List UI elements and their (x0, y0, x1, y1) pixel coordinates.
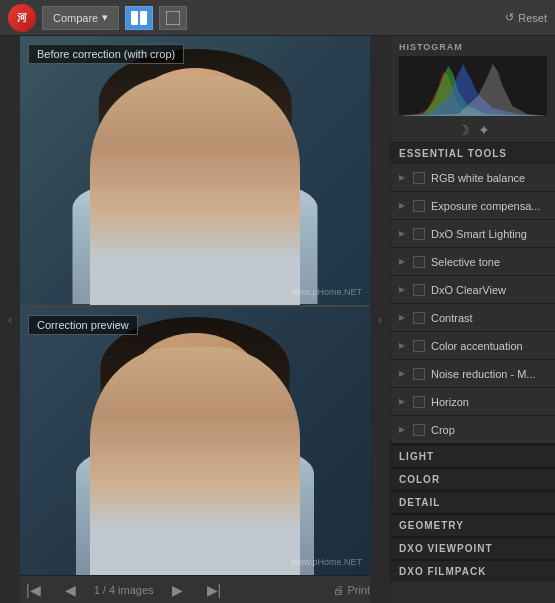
before-label: Before correction (with crop) (28, 44, 184, 64)
tool-label: Exposure compensa... (431, 200, 540, 212)
image-counter: 1 / 4 images (94, 584, 154, 596)
left-nav-arrow[interactable]: ‹ (0, 36, 20, 603)
tool-label: Horizon (431, 396, 469, 408)
tool-checkbox[interactable] (413, 256, 425, 268)
tool-checkbox[interactable] (413, 424, 425, 436)
tool-row[interactable]: ▶ DxO ClearView (391, 276, 555, 304)
tool-expand-icon: ▶ (399, 257, 407, 266)
tool-checkbox[interactable] (413, 172, 425, 184)
main-content: ‹ Before correction (wit (0, 36, 555, 603)
tool-expand-icon: ▶ (399, 285, 407, 294)
svg-rect-1 (140, 11, 147, 25)
tool-label: Crop (431, 424, 455, 436)
category-header[interactable]: DXO VIEWPOINT (391, 536, 555, 559)
moon-icon[interactable]: ☽ (457, 122, 470, 138)
tool-checkbox[interactable] (413, 368, 425, 380)
brightness-row: ☽ ✦ (391, 118, 555, 142)
tool-label: Contrast (431, 312, 473, 324)
tool-expand-icon: ▶ (399, 341, 407, 350)
tool-row[interactable]: ▶ Selective tone (391, 248, 555, 276)
tool-row[interactable]: ▶ Horizon (391, 388, 555, 416)
single-view-button[interactable] (159, 6, 187, 30)
bottom-watermark: www.pHome.NET (291, 557, 362, 567)
histogram-chart (399, 56, 547, 116)
last-image-button[interactable]: ▶| (201, 580, 228, 600)
tool-row[interactable]: ▶ Noise reduction - M... (391, 360, 555, 388)
next-image-button[interactable]: ▶ (166, 580, 189, 600)
histogram-section: HISTOGRAM (391, 36, 555, 118)
sun-icon[interactable]: ✦ (478, 122, 490, 138)
prev-image-button[interactable]: ◀ (59, 580, 82, 600)
category-header[interactable]: DETAIL (391, 490, 555, 513)
first-image-button[interactable]: |◀ (20, 580, 47, 600)
reset-button[interactable]: ↺ Reset (505, 11, 547, 24)
tool-checkbox[interactable] (413, 228, 425, 240)
tool-label: RGB white balance (431, 172, 525, 184)
svg-rect-2 (166, 11, 180, 25)
top-watermark: www.pHome.NET (291, 287, 362, 297)
bottom-bar: |◀ ◀ 1 / 4 images ▶ ▶| 🖨 Print (20, 575, 370, 603)
essential-tools-header: ESSENTIAL TOOLS (391, 142, 555, 164)
before-image-panel: Before correction (with crop) www.pHome.… (20, 36, 370, 307)
tool-checkbox[interactable] (413, 396, 425, 408)
tool-row[interactable]: ▶ Color accentuation (391, 332, 555, 360)
tool-checkbox[interactable] (413, 284, 425, 296)
after-image-panel: Correction preview www.pHome.NET (20, 307, 370, 576)
tool-expand-icon: ▶ (399, 173, 407, 182)
tool-label: Selective tone (431, 256, 500, 268)
tool-expand-icon: ▶ (399, 201, 407, 210)
compare-button[interactable]: Compare ▾ (42, 6, 119, 30)
categories-list: LIGHTCOLORDETAILGEOMETRYDXO VIEWPOINTDXO… (391, 444, 555, 582)
before-portrait (20, 36, 370, 305)
tool-row[interactable]: ▶ Exposure compensa... (391, 192, 555, 220)
tool-label: Noise reduction - M... (431, 368, 536, 380)
tool-expand-icon: ▶ (399, 397, 407, 406)
tool-row[interactable]: ▶ DxO Smart Lighting (391, 220, 555, 248)
right-panel: HISTOGRAM ☽ ✦ ESSENTIAL TOOLS (390, 36, 555, 603)
category-header[interactable]: GEOMETRY (391, 513, 555, 536)
print-button[interactable]: 🖨 Print (333, 584, 370, 596)
tool-label: DxO Smart Lighting (431, 228, 527, 240)
svg-rect-0 (131, 11, 138, 25)
category-header[interactable]: DXO FILMPACK (391, 559, 555, 582)
tool-label: Color accentuation (431, 340, 523, 352)
after-portrait (20, 307, 370, 576)
tool-expand-icon: ▶ (399, 425, 407, 434)
tool-checkbox[interactable] (413, 340, 425, 352)
tool-row[interactable]: ▶ Crop (391, 416, 555, 444)
reset-icon: ↺ (505, 11, 514, 24)
histogram-title: HISTOGRAM (399, 42, 547, 52)
app-logo: 河 (8, 4, 36, 32)
tool-expand-icon: ▶ (399, 313, 407, 322)
after-label: Correction preview (28, 315, 138, 335)
tool-checkbox[interactable] (413, 312, 425, 324)
split-view-button[interactable] (125, 6, 153, 30)
right-nav-arrow[interactable]: › (370, 36, 390, 603)
center-area: Before correction (with crop) www.pHome.… (20, 36, 370, 603)
category-header[interactable]: LIGHT (391, 444, 555, 467)
print-icon: 🖨 (333, 584, 344, 596)
tools-list: ▶ RGB white balance ▶ Exposure compensa.… (391, 164, 555, 444)
category-header[interactable]: COLOR (391, 467, 555, 490)
tool-expand-icon: ▶ (399, 369, 407, 378)
toolbar: 河 Compare ▾ ↺ Reset (0, 0, 555, 36)
tool-row[interactable]: ▶ RGB white balance (391, 164, 555, 192)
tool-expand-icon: ▶ (399, 229, 407, 238)
tool-label: DxO ClearView (431, 284, 506, 296)
tool-checkbox[interactable] (413, 200, 425, 212)
tool-row[interactable]: ▶ Contrast (391, 304, 555, 332)
